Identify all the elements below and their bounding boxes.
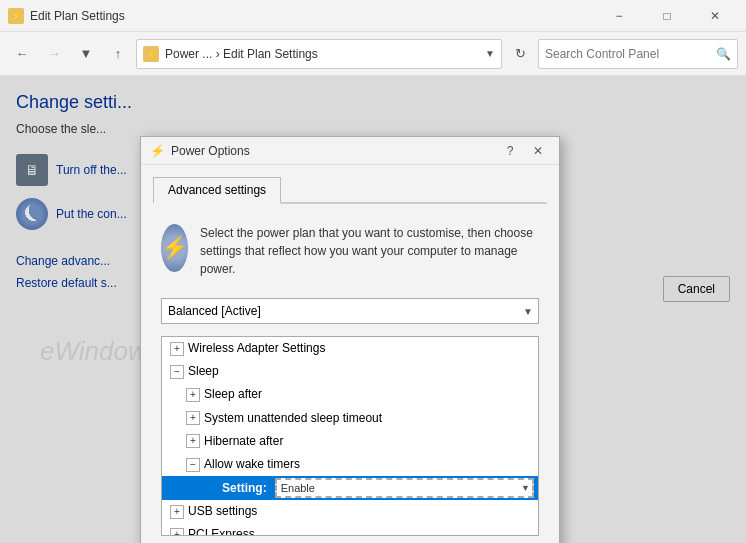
tree-expand-wireless[interactable]: + (170, 342, 184, 356)
search-icon: 🔍 (716, 47, 731, 61)
tree-expand-wake-timers[interactable]: − (186, 458, 200, 472)
minimize-button[interactable]: − (596, 0, 642, 32)
title-bar-text: Edit Plan Settings (30, 9, 596, 23)
refresh-button[interactable]: ↻ (506, 40, 534, 68)
title-bar: ⚡ Edit Plan Settings − □ ✕ (0, 0, 746, 32)
address-icon: ⚡ (143, 46, 159, 62)
title-bar-controls: − □ ✕ (596, 0, 738, 32)
plan-select[interactable]: Balanced [Active] (161, 298, 539, 324)
tree-expand-pci[interactable]: + (170, 528, 184, 536)
tree-item-unattended[interactable]: + System unattended sleep timeout (162, 407, 538, 430)
modal-desc-icon: ⚡ (161, 224, 188, 272)
up-button[interactable]: ↑ (104, 40, 132, 68)
tree-label-usb: USB settings (188, 502, 257, 521)
tree-label-wake-timers: Allow wake timers (204, 455, 300, 474)
plan-selector: Balanced [Active] ▼ (153, 298, 547, 324)
setting-label: Setting: (222, 479, 267, 498)
modal-overlay: ⚡ Power Options ? ✕ Advanced settings (0, 76, 746, 543)
modal-tabs: Advanced settings (153, 177, 547, 204)
modal-title-icon: ⚡ (149, 143, 165, 159)
tree-label-hibernate: Hibernate after (204, 432, 283, 451)
modal-desc-text: Select the power plan that you want to c… (200, 224, 539, 278)
modal-description: ⚡ Select the power plan that you want to… (153, 216, 547, 286)
address-dropdown-button[interactable]: ▼ (485, 48, 495, 59)
address-bar: ⚡ Power ... › Edit Plan Settings ▼ (136, 39, 502, 69)
close-button[interactable]: ✕ (692, 0, 738, 32)
tree-expand-usb[interactable]: + (170, 505, 184, 519)
tree-item-pci[interactable]: + PCI Express (162, 523, 538, 536)
tree-label-unattended: System unattended sleep timeout (204, 409, 382, 428)
settings-tree[interactable]: + Wireless Adapter Settings − Sleep + Sl… (161, 336, 539, 536)
tree-item-setting-enable[interactable]: Setting: Enable Disable ▼ (162, 476, 538, 500)
tree-item-sleep-after[interactable]: + Sleep after (162, 383, 538, 406)
tree-label-pci: PCI Express (188, 525, 255, 536)
tree-expand-sleep[interactable]: − (170, 365, 184, 379)
tree-item-sleep[interactable]: − Sleep (162, 360, 538, 383)
maximize-button[interactable]: □ (644, 0, 690, 32)
modal-title-text: Power Options (171, 144, 497, 158)
tree-item-wireless[interactable]: + Wireless Adapter Settings (162, 337, 538, 360)
modal-help-button[interactable]: ? (497, 141, 523, 161)
tab-advanced-settings[interactable]: Advanced settings (153, 177, 281, 204)
tree-label-sleep-after: Sleep after (204, 385, 262, 404)
main-window: ⚡ Edit Plan Settings − □ ✕ ← → ▼ ↑ ⚡ Pow… (0, 0, 746, 543)
navigation-bar: ← → ▼ ↑ ⚡ Power ... › Edit Plan Settings… (0, 32, 746, 76)
tree-item-hibernate[interactable]: + Hibernate after (162, 430, 538, 453)
content-area: Change setti... Choose the sle... 🖥 Turn… (0, 76, 746, 543)
modal-title-bar: ⚡ Power Options ? ✕ (141, 137, 559, 165)
recent-locations-button[interactable]: ▼ (72, 40, 100, 68)
title-bar-icon: ⚡ (8, 8, 24, 24)
tree-expand-hibernate[interactable]: + (186, 434, 200, 448)
modal-title-controls: ? ✕ (497, 141, 551, 161)
address-text: Power ... › Edit Plan Settings (165, 47, 479, 61)
search-input[interactable] (545, 47, 712, 61)
tree-expand-unattended[interactable]: + (186, 411, 200, 425)
tree-item-wake-timers[interactable]: − Allow wake timers (162, 453, 538, 476)
setting-value-select[interactable]: Enable Disable (275, 478, 534, 498)
power-options-dialog: ⚡ Power Options ? ✕ Advanced settings (140, 136, 560, 543)
forward-button[interactable]: → (40, 40, 68, 68)
tree-label-wireless: Wireless Adapter Settings (188, 339, 325, 358)
tree-label-sleep: Sleep (188, 362, 219, 381)
modal-close-button[interactable]: ✕ (525, 141, 551, 161)
modal-body: Advanced settings ⚡ Select the power pla… (141, 165, 559, 543)
plan-select-container: Balanced [Active] ▼ (161, 298, 539, 324)
back-button[interactable]: ← (8, 40, 36, 68)
tree-item-usb[interactable]: + USB settings (162, 500, 538, 523)
tree-expand-sleep-after[interactable]: + (186, 388, 200, 402)
search-bar[interactable]: 🔍 (538, 39, 738, 69)
